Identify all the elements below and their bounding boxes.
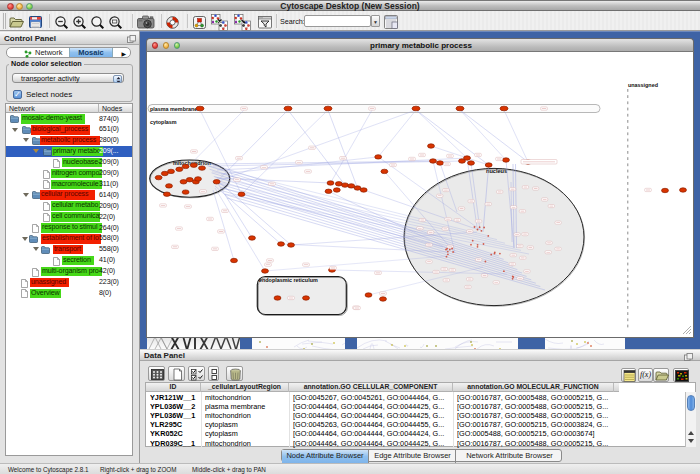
svg-text:cytoplasm: cytoplasm xyxy=(150,119,177,125)
svg-text:plasma membrane: plasma membrane xyxy=(150,106,197,112)
svg-text:nucleus: nucleus xyxy=(486,168,507,174)
svg-text:unassigned: unassigned xyxy=(628,82,658,88)
svg-text:endoplasmic reticulum: endoplasmic reticulum xyxy=(259,277,318,283)
